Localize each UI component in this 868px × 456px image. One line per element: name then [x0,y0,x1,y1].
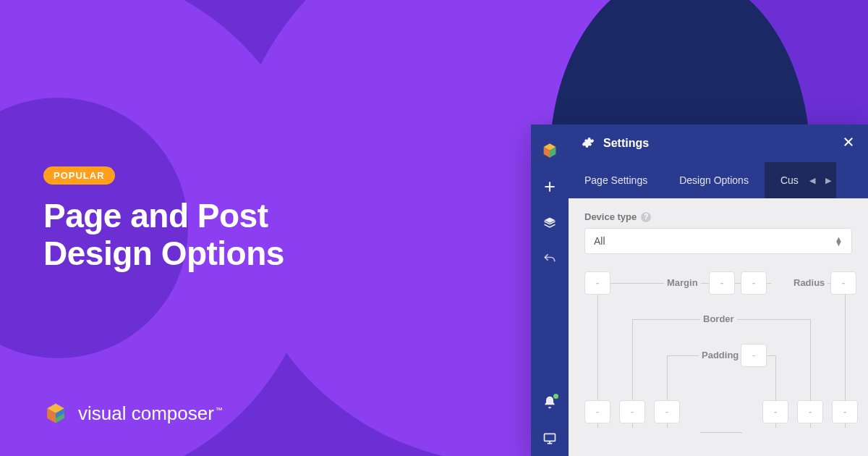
padding-right-input[interactable]: - [762,400,788,423]
margin-top-input[interactable]: - [709,271,735,295]
padding-top-input[interactable]: - [741,344,767,367]
undo-button[interactable] [531,242,569,276]
select-value: All [594,235,605,247]
layers-button[interactable] [531,206,569,240]
tab-prev-button[interactable]: ◀ [804,162,820,198]
border-top-input[interactable]: - [741,271,767,295]
close-button[interactable] [842,134,855,153]
add-element-button[interactable] [531,169,569,204]
margin-left-top-input[interactable]: - [584,271,610,295]
help-icon[interactable]: ? [641,212,651,222]
margin-left-input[interactable]: - [584,400,610,423]
box-model-editor: Margin Radius Border Padding - - - - - -… [584,271,852,438]
panel-main: Settings Page Settings Design Options Cu… [569,124,868,456]
trademark: ™ [216,406,223,414]
tab-next-button[interactable]: ▶ [820,162,836,198]
brand: visual composer™ [43,401,223,426]
border-left-input[interactable]: - [619,400,645,423]
radius-top-input[interactable]: - [830,271,856,295]
gear-icon [582,136,595,151]
border-label: Border [700,313,737,324]
tab-design-options[interactable]: Design Options [663,162,765,198]
padding-label: Padding [699,350,741,360]
title-line-2: Design Options [43,235,284,273]
radius-label: Radius [791,277,827,288]
logo-button[interactable] [531,133,569,168]
desktop-view-button[interactable] [531,421,569,456]
device-type-select[interactable]: All ▲▼ [584,228,852,254]
panel-sidebar [531,124,569,456]
panel-title: Settings [603,137,649,150]
margin-right-input[interactable]: - [832,400,858,423]
brand-name: visual composer™ [78,402,223,425]
tab-page-settings[interactable]: Page Settings [569,162,663,198]
panel-body: Device type ? All ▲▼ [569,198,868,456]
settings-panel: Settings Page Settings Design Options Cu… [531,124,868,456]
title-line-1: Page and Post [43,198,284,235]
tab-custom[interactable]: Cus [765,162,804,198]
panel-header: Settings [569,124,868,162]
device-type-label: Device type ? [584,211,852,222]
chevron-updown-icon: ▲▼ [835,237,843,245]
hero-content: POPULAR Page and Post Design Options [43,166,284,272]
border-right-input[interactable]: - [797,400,823,423]
svg-rect-9 [545,434,556,441]
popular-badge: POPULAR [43,166,115,185]
logo-icon [43,401,68,426]
page-title: Page and Post Design Options [43,198,284,272]
notification-dot-icon [553,394,558,399]
margin-label: Margin [664,277,701,288]
padding-left-input[interactable]: - [654,400,680,423]
notifications-button[interactable] [531,385,569,420]
panel-tabs: Page Settings Design Options Cus ◀ ▶ [569,162,868,198]
